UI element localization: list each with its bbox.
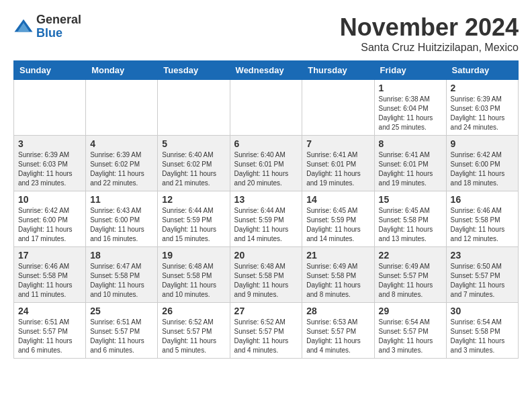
calendar-cell: 29Sunrise: 6:54 AM Sunset: 5:57 PM Dayli… (374, 303, 446, 359)
location: Santa Cruz Huitzizilapan, Mexico (340, 42, 519, 54)
day-info: Sunrise: 6:40 AM Sunset: 6:02 PM Dayligh… (162, 150, 225, 188)
day-info: Sunrise: 6:54 AM Sunset: 5:58 PM Dayligh… (451, 318, 514, 355)
weekday-friday: Friday (374, 61, 446, 80)
logo-icon (13, 17, 34, 37)
weekday-monday: Monday (86, 61, 158, 80)
calendar-cell (158, 80, 230, 136)
day-info: Sunrise: 6:48 AM Sunset: 5:58 PM Dayligh… (234, 262, 298, 300)
calendar-cell (14, 80, 86, 136)
calendar-cell: 10Sunrise: 6:42 AM Sunset: 6:00 PM Dayli… (14, 191, 86, 247)
month-year: November 2024 (340, 13, 519, 42)
calendar-cell: 9Sunrise: 6:42 AM Sunset: 6:00 PM Daylig… (446, 136, 518, 191)
day-info: Sunrise: 6:44 AM Sunset: 5:59 PM Dayligh… (162, 206, 225, 244)
day-info: Sunrise: 6:41 AM Sunset: 6:01 PM Dayligh… (306, 150, 369, 188)
day-number: 5 (162, 138, 225, 149)
weekday-saturday: Saturday (446, 61, 518, 80)
day-number: 14 (306, 194, 369, 205)
day-number: 2 (451, 83, 514, 93)
day-number: 17 (18, 250, 81, 261)
day-info: Sunrise: 6:51 AM Sunset: 5:57 PM Dayligh… (18, 318, 81, 355)
day-info: Sunrise: 6:39 AM Sunset: 6:03 PM Dayligh… (451, 95, 514, 132)
day-number: 29 (379, 306, 442, 316)
day-number: 13 (234, 194, 298, 205)
day-number: 1 (379, 83, 442, 93)
calendar-cell: 11Sunrise: 6:43 AM Sunset: 6:00 PM Dayli… (86, 191, 158, 247)
day-number: 27 (234, 306, 298, 316)
calendar-cell: 4Sunrise: 6:39 AM Sunset: 6:02 PM Daylig… (86, 136, 158, 191)
day-info: Sunrise: 6:43 AM Sunset: 6:00 PM Dayligh… (90, 206, 153, 244)
calendar-cell: 27Sunrise: 6:52 AM Sunset: 5:57 PM Dayli… (230, 303, 302, 359)
calendar-cell: 2Sunrise: 6:39 AM Sunset: 6:03 PM Daylig… (446, 80, 518, 136)
day-number: 12 (162, 194, 225, 205)
calendar-cell: 20Sunrise: 6:48 AM Sunset: 5:58 PM Dayli… (230, 247, 302, 303)
calendar-cell: 19Sunrise: 6:48 AM Sunset: 5:58 PM Dayli… (158, 247, 230, 303)
day-info: Sunrise: 6:49 AM Sunset: 5:57 PM Dayligh… (379, 262, 442, 300)
day-number: 9 (451, 138, 514, 149)
day-number: 8 (379, 138, 442, 149)
calendar-cell: 6Sunrise: 6:40 AM Sunset: 6:01 PM Daylig… (230, 136, 302, 191)
calendar-cell: 28Sunrise: 6:53 AM Sunset: 5:57 PM Dayli… (302, 303, 374, 359)
weekday-sunday: Sunday (14, 61, 86, 80)
day-number: 4 (90, 138, 153, 149)
calendar-cell (86, 80, 158, 136)
day-info: Sunrise: 6:39 AM Sunset: 6:03 PM Dayligh… (18, 150, 81, 188)
calendar-cell (230, 80, 302, 136)
day-number: 23 (451, 250, 514, 261)
day-info: Sunrise: 6:54 AM Sunset: 5:57 PM Dayligh… (379, 318, 442, 355)
day-number: 16 (451, 194, 514, 205)
day-number: 28 (306, 306, 369, 316)
weekday-wednesday: Wednesday (230, 61, 302, 80)
week-row-2: 3Sunrise: 6:39 AM Sunset: 6:03 PM Daylig… (14, 136, 519, 191)
day-info: Sunrise: 6:45 AM Sunset: 5:59 PM Dayligh… (306, 206, 369, 244)
calendar-cell: 30Sunrise: 6:54 AM Sunset: 5:58 PM Dayli… (446, 303, 518, 359)
day-info: Sunrise: 6:52 AM Sunset: 5:57 PM Dayligh… (162, 318, 225, 355)
day-number: 7 (306, 138, 369, 149)
calendar-cell: 18Sunrise: 6:47 AM Sunset: 5:58 PM Dayli… (86, 247, 158, 303)
calendar-cell: 13Sunrise: 6:44 AM Sunset: 5:59 PM Dayli… (230, 191, 302, 247)
day-number: 22 (379, 250, 442, 261)
day-info: Sunrise: 6:52 AM Sunset: 5:57 PM Dayligh… (234, 318, 298, 355)
day-info: Sunrise: 6:50 AM Sunset: 5:57 PM Dayligh… (451, 262, 514, 300)
logo-general: General (36, 13, 81, 27)
calendar-cell: 14Sunrise: 6:45 AM Sunset: 5:59 PM Dayli… (302, 191, 374, 247)
calendar-cell: 5Sunrise: 6:40 AM Sunset: 6:02 PM Daylig… (158, 136, 230, 191)
day-info: Sunrise: 6:45 AM Sunset: 5:58 PM Dayligh… (379, 206, 442, 244)
calendar-cell: 8Sunrise: 6:41 AM Sunset: 6:01 PM Daylig… (374, 136, 446, 191)
weekday-thursday: Thursday (302, 61, 374, 80)
calendar-cell: 23Sunrise: 6:50 AM Sunset: 5:57 PM Dayli… (446, 247, 518, 303)
day-number: 10 (18, 194, 81, 205)
logo-blue: Blue (36, 27, 81, 40)
calendar-cell: 22Sunrise: 6:49 AM Sunset: 5:57 PM Dayli… (374, 247, 446, 303)
day-info: Sunrise: 6:42 AM Sunset: 6:00 PM Dayligh… (451, 150, 514, 188)
day-number: 18 (90, 250, 153, 261)
day-number: 25 (90, 306, 153, 316)
weekday-header-row: SundayMondayTuesdayWednesdayThursdayFrid… (14, 61, 519, 80)
day-number: 11 (90, 194, 153, 205)
week-row-4: 17Sunrise: 6:46 AM Sunset: 5:58 PM Dayli… (14, 247, 519, 303)
day-info: Sunrise: 6:47 AM Sunset: 5:58 PM Dayligh… (90, 262, 153, 300)
page-header: General Blue November 2024 Santa Cruz Hu… (13, 13, 519, 54)
day-info: Sunrise: 6:49 AM Sunset: 5:58 PM Dayligh… (306, 262, 369, 300)
day-info: Sunrise: 6:41 AM Sunset: 6:01 PM Dayligh… (379, 150, 442, 188)
calendar-cell (302, 80, 374, 136)
week-row-1: 1Sunrise: 6:38 AM Sunset: 6:04 PM Daylig… (14, 80, 519, 136)
day-number: 6 (234, 138, 298, 149)
day-info: Sunrise: 6:42 AM Sunset: 6:00 PM Dayligh… (18, 206, 81, 244)
calendar-cell: 21Sunrise: 6:49 AM Sunset: 5:58 PM Dayli… (302, 247, 374, 303)
calendar-cell: 24Sunrise: 6:51 AM Sunset: 5:57 PM Dayli… (14, 303, 86, 359)
day-info: Sunrise: 6:46 AM Sunset: 5:58 PM Dayligh… (451, 206, 514, 244)
day-number: 20 (234, 250, 298, 261)
day-number: 26 (162, 306, 225, 316)
logo: General Blue (13, 13, 81, 40)
calendar: SundayMondayTuesdayWednesdayThursdayFrid… (13, 60, 519, 359)
day-number: 19 (162, 250, 225, 261)
calendar-cell: 26Sunrise: 6:52 AM Sunset: 5:57 PM Dayli… (158, 303, 230, 359)
calendar-cell: 7Sunrise: 6:41 AM Sunset: 6:01 PM Daylig… (302, 136, 374, 191)
calendar-cell: 3Sunrise: 6:39 AM Sunset: 6:03 PM Daylig… (14, 136, 86, 191)
calendar-cell: 12Sunrise: 6:44 AM Sunset: 5:59 PM Dayli… (158, 191, 230, 247)
day-info: Sunrise: 6:40 AM Sunset: 6:01 PM Dayligh… (234, 150, 298, 188)
day-info: Sunrise: 6:48 AM Sunset: 5:58 PM Dayligh… (162, 262, 225, 300)
day-number: 24 (18, 306, 81, 316)
day-info: Sunrise: 6:44 AM Sunset: 5:59 PM Dayligh… (234, 206, 298, 244)
logo-text: General Blue (36, 13, 81, 40)
